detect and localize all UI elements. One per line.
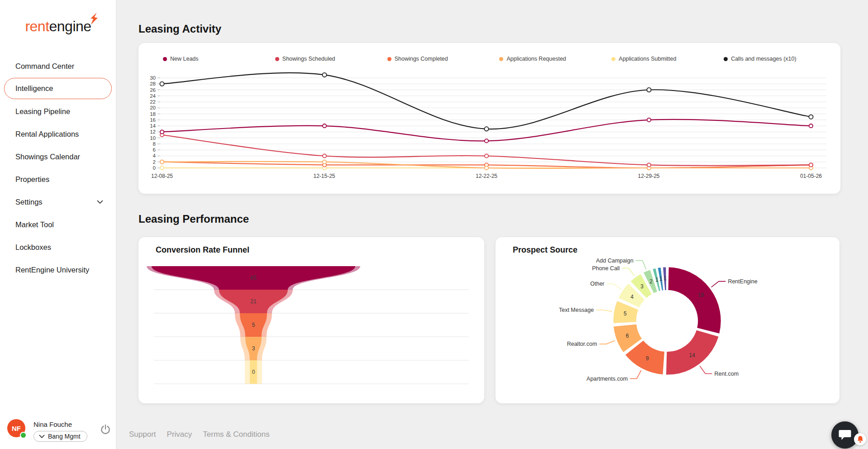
svg-text:4: 4 xyxy=(153,153,156,158)
sidebar-item-lockboxes[interactable]: Lockboxes xyxy=(0,236,116,258)
online-status-dot xyxy=(20,432,27,439)
sidebar-item-label: Leasing Pipeline xyxy=(15,107,70,116)
svg-text:Other: Other xyxy=(590,281,604,287)
svg-text:1: 1 xyxy=(659,276,663,282)
svg-text:5: 5 xyxy=(252,322,255,328)
sidebar-item-label: Properties xyxy=(15,175,49,184)
leasing-activity-card: New LeadsShowings ScheduledShowings Comp… xyxy=(138,43,840,194)
conversion-funnel-chart: 6521530 xyxy=(138,237,484,403)
svg-text:8: 8 xyxy=(153,141,156,147)
notification-badge xyxy=(854,433,866,445)
lightning-bolt-icon xyxy=(89,12,99,26)
section-title-leasing-activity: Leasing Activity xyxy=(138,23,221,35)
chat-bubble-icon xyxy=(838,429,852,441)
sidebar-item-label: Market Tool xyxy=(15,220,54,229)
svg-text:19: 19 xyxy=(698,292,704,298)
svg-text:12-22-25: 12-22-25 xyxy=(476,173,497,179)
sidebar-nav: Command CenterIntelligenceLeasing Pipeli… xyxy=(0,55,116,281)
prospect-source-card: Prospect Source 19RentEngine14Rent.com9A… xyxy=(496,237,839,403)
footer-link-support[interactable]: Support xyxy=(129,430,156,439)
sidebar-item-showings-calendar[interactable]: Showings Calendar xyxy=(0,145,116,168)
svg-text:26: 26 xyxy=(150,87,156,93)
svg-text:12: 12 xyxy=(150,129,156,134)
svg-text:4: 4 xyxy=(630,294,634,300)
sidebar: rentengine Command CenterIntelligenceLea… xyxy=(0,0,116,449)
svg-text:18: 18 xyxy=(150,111,156,117)
org-selector-label: Bang Mgmt xyxy=(48,433,81,440)
sidebar-item-command-center[interactable]: Command Center xyxy=(0,55,116,77)
chevron-down-icon xyxy=(97,200,103,204)
sidebar-item-properties[interactable]: Properties xyxy=(0,168,116,191)
section-title-leasing-performance: Leasing Performance xyxy=(138,213,249,225)
svg-text:14: 14 xyxy=(150,123,156,129)
svg-text:Apartments.com: Apartments.com xyxy=(587,376,628,382)
svg-text:Text Message: Text Message xyxy=(559,307,594,313)
sidebar-item-settings[interactable]: Settings xyxy=(0,191,116,213)
sidebar-item-label: Showings Calendar xyxy=(15,153,80,161)
user-name: Nina Fouche xyxy=(33,420,72,428)
svg-text:20: 20 xyxy=(150,105,156,110)
svg-text:5: 5 xyxy=(624,310,627,317)
svg-text:9: 9 xyxy=(646,355,649,362)
logout-power-button[interactable] xyxy=(100,424,111,435)
footer-link-privacy[interactable]: Privacy xyxy=(167,430,192,439)
svg-text:01-05-26: 01-05-26 xyxy=(800,173,822,179)
svg-text:12-15-25: 12-15-25 xyxy=(313,173,335,179)
sidebar-item-intelligence[interactable]: Intelligence xyxy=(4,78,112,99)
chevron-down-icon xyxy=(39,435,45,439)
svg-text:3: 3 xyxy=(640,283,644,290)
logo-text-engine: engine xyxy=(49,18,91,34)
svg-text:RentEngine: RentEngine xyxy=(728,278,757,285)
sidebar-item-label: Intelligence xyxy=(15,84,53,93)
svg-text:1: 1 xyxy=(655,277,658,283)
svg-text:6: 6 xyxy=(626,333,629,339)
org-selector[interactable]: Bang Mgmt xyxy=(33,431,87,442)
svg-text:16: 16 xyxy=(150,117,156,123)
svg-text:12-08-25: 12-08-25 xyxy=(151,173,173,179)
svg-text:Rent.com: Rent.com xyxy=(715,371,739,377)
svg-text:30: 30 xyxy=(150,75,156,81)
svg-text:Realtor.com: Realtor.com xyxy=(567,341,597,347)
sidebar-item-label: Lockboxes xyxy=(15,243,51,252)
svg-text:2: 2 xyxy=(153,159,156,165)
svg-text:0: 0 xyxy=(153,165,156,171)
svg-text:1: 1 xyxy=(663,275,667,282)
svg-text:22: 22 xyxy=(150,99,156,105)
footer-links: SupportPrivacyTerms & Conditions xyxy=(129,430,270,439)
sidebar-item-label: Command Center xyxy=(15,62,74,71)
sidebar-item-rental-applications[interactable]: Rental Applications xyxy=(0,123,116,145)
rentengine-logo: rentengine xyxy=(0,18,116,35)
sidebar-item-label: Rental Applications xyxy=(15,130,79,139)
logo-text-rent: rent xyxy=(25,18,49,34)
svg-text:2: 2 xyxy=(649,278,653,285)
svg-text:0: 0 xyxy=(252,369,255,375)
svg-text:28: 28 xyxy=(150,81,156,86)
svg-text:12-29-25: 12-29-25 xyxy=(638,173,659,179)
conversion-funnel-card: Conversion Rate Funnel 6521530 xyxy=(138,237,484,403)
chat-widget-button[interactable] xyxy=(831,421,858,449)
svg-text:10: 10 xyxy=(150,135,156,141)
svg-text:14: 14 xyxy=(689,352,696,358)
sidebar-item-market-tool[interactable]: Market Tool xyxy=(0,213,116,236)
svg-text:Phone Call: Phone Call xyxy=(592,265,620,272)
svg-text:24: 24 xyxy=(150,93,156,99)
svg-text:6: 6 xyxy=(153,147,156,153)
power-icon xyxy=(100,424,111,435)
sidebar-item-leasing-pipeline[interactable]: Leasing Pipeline xyxy=(0,100,116,123)
svg-text:21: 21 xyxy=(250,298,257,305)
svg-text:Add Campaign: Add Campaign xyxy=(596,258,634,264)
svg-text:65: 65 xyxy=(250,275,257,281)
sidebar-item-label: Settings xyxy=(15,198,43,206)
svg-text:3: 3 xyxy=(252,345,255,352)
sidebar-item-label: RentEngine University xyxy=(15,266,89,274)
bell-icon xyxy=(857,435,864,443)
footer-link-terms-conditions[interactable]: Terms & Conditions xyxy=(203,430,269,439)
sidebar-item-rentengine-university[interactable]: RentEngine University xyxy=(0,258,116,281)
prospect-source-donut-chart: 19RentEngine14Rent.com9Apartments.com6Re… xyxy=(496,237,839,403)
leasing-activity-line-chart: 02468101214161820222426283012-08-2512-15… xyxy=(138,43,840,194)
